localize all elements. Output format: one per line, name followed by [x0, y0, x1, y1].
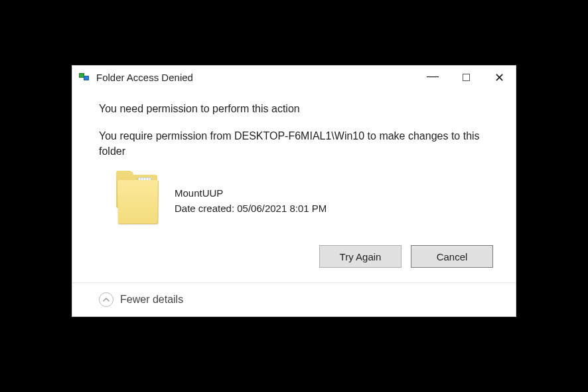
- minimize-icon: —: [427, 69, 439, 83]
- maximize-button[interactable]: [449, 66, 482, 89]
- fewer-details-toggle[interactable]: Fewer details: [120, 294, 183, 306]
- chevron-up-icon[interactable]: [99, 292, 113, 307]
- window-controls: — ✕: [416, 66, 516, 89]
- titlebar[interactable]: Folder Access Denied — ✕: [72, 66, 516, 90]
- folder-icon: [116, 171, 163, 231]
- folder-name: MountUUP: [175, 185, 327, 201]
- maximize-icon: [463, 74, 470, 81]
- folder-row: MountUUP Date created: 05/06/2021 8:01 P…: [99, 171, 494, 231]
- dialog-window: Folder Access Denied — ✕ You need permis…: [72, 65, 516, 317]
- permission-message: You require permission from DESKTOP-F6MI…: [99, 128, 494, 159]
- dialog-footer: Fewer details: [72, 282, 516, 316]
- cancel-button[interactable]: Cancel: [411, 245, 493, 268]
- button-row: Try Again Cancel: [99, 245, 494, 276]
- date-created-value: 05/06/2021 8:01 PM: [237, 203, 327, 214]
- permission-heading: You need permission to perform this acti…: [99, 103, 494, 115]
- window-title: Folder Access Denied: [96, 72, 416, 83]
- try-again-button[interactable]: Try Again: [319, 245, 402, 268]
- dialog-content: You need permission to perform this acti…: [72, 90, 516, 282]
- minimize-button[interactable]: —: [416, 66, 449, 89]
- folder-date: Date created: 05/06/2021 8:01 PM: [175, 201, 327, 216]
- close-icon: ✕: [494, 70, 504, 85]
- date-created-label: Date created:: [175, 203, 237, 214]
- folder-info: MountUUP Date created: 05/06/2021 8:01 P…: [175, 185, 327, 217]
- close-button[interactable]: ✕: [482, 66, 516, 89]
- transfer-icon: [79, 72, 91, 83]
